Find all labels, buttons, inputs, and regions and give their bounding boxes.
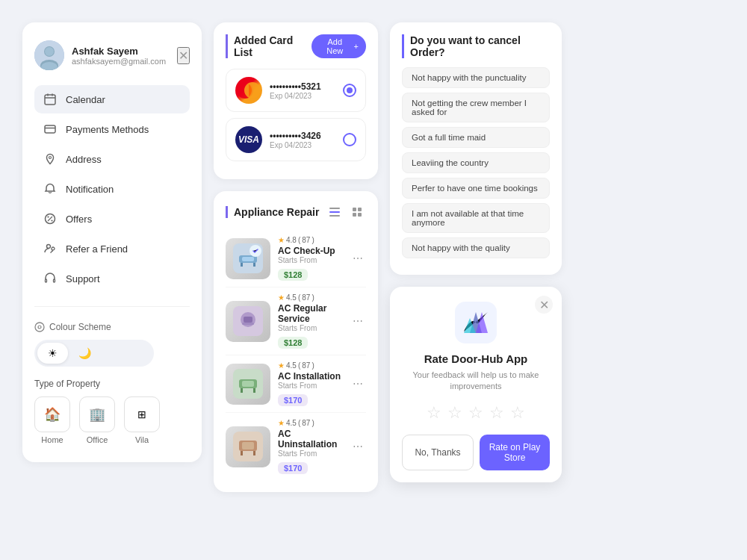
- calendar-icon: [43, 93, 57, 106]
- appliance-header: Appliance Repair: [226, 203, 366, 221]
- nav-offers[interactable]: Offers: [34, 205, 190, 233]
- service-ac-regular-starts: Starts From: [278, 324, 342, 332]
- user-text: Ashfak Sayem ashfaksayem@gmail.com: [72, 46, 166, 66]
- visa-expiry: Exp 04/2023: [270, 141, 343, 149]
- service-ac-installation[interactable]: ★ 4.5 (87) AC Installation Starts From $…: [226, 355, 366, 413]
- grid-view-icon[interactable]: [348, 203, 366, 221]
- nav-notification[interactable]: Notification: [34, 175, 190, 203]
- svg-rect-36: [241, 388, 243, 393]
- light-mode-btn[interactable]: ☀: [37, 343, 68, 364]
- user-email: ashfaksayem@gmail.com: [72, 57, 166, 66]
- service-ac-installation-info: ★ 4.5 (87) AC Installation Starts From $…: [278, 361, 342, 406]
- svg-point-7: [49, 157, 52, 159]
- play-store-button[interactable]: Rate on Play Store: [480, 435, 550, 470]
- service-ac-regular-rating: ★ 4.5 (87): [278, 293, 342, 302]
- address-icon: [43, 152, 57, 166]
- mastercard-number: ••••••••••5321: [270, 81, 343, 92]
- more-options-btn-3[interactable]: ⋯: [350, 438, 366, 455]
- service-ac-regular-name: AC Regular Service: [278, 303, 342, 324]
- svg-rect-11: [46, 279, 47, 282]
- more-options-btn-0[interactable]: ⋯: [350, 249, 366, 267]
- star-4[interactable]: ☆: [489, 403, 504, 423]
- svg-rect-5: [45, 95, 55, 105]
- nav-support[interactable]: Support: [34, 264, 190, 293]
- app-logo: [455, 302, 497, 343]
- svg-rect-32: [244, 317, 252, 323]
- reason-4[interactable]: Perfer to have one time bookings: [402, 178, 550, 199]
- property-villa[interactable]: ⊞ Vila: [124, 396, 160, 444]
- no-thanks-button[interactable]: No, Thanks: [402, 435, 474, 470]
- svg-rect-41: [241, 451, 243, 455]
- nav-refer[interactable]: Refer a Friend: [34, 234, 190, 263]
- dark-mode-btn[interactable]: 🌙: [68, 343, 102, 364]
- more-options-btn-2[interactable]: ⋯: [350, 375, 366, 393]
- reason-0[interactable]: Not happy with the punctuality: [402, 67, 550, 88]
- stars-row[interactable]: ☆ ☆ ☆ ☆ ☆: [402, 403, 550, 423]
- service-ac-checkup[interactable]: ★ 4.8 (87) AC Check-Up Starts From $128 …: [226, 230, 366, 287]
- reason-3[interactable]: Leaviing the country: [402, 152, 550, 173]
- card-visa[interactable]: VISA ••••••••••3426 Exp 04/2023: [226, 118, 366, 161]
- middle-panel: Added Card List Add New + ••••••••••5321: [214, 22, 378, 492]
- modal-close-button[interactable]: ✕: [535, 296, 553, 314]
- svg-point-3: [45, 47, 54, 56]
- service-ac-installation-rating: ★ 4.5 (87): [278, 361, 342, 370]
- property-icons: 🏠 Home 🏢 Office ⊞ Vila: [34, 396, 190, 444]
- card-list-title: Added Card List: [226, 34, 311, 58]
- reason-5[interactable]: I am not available at that time anymore: [402, 203, 550, 233]
- service-ac-regular[interactable]: ★ 4.5 (87) AC Regular Service Starts Fro…: [226, 287, 366, 355]
- reason-2[interactable]: Got a full time maid: [402, 127, 550, 148]
- mastercard-radio[interactable]: [343, 84, 356, 97]
- villa-label: Vila: [135, 435, 149, 444]
- star-1[interactable]: ☆: [427, 403, 441, 423]
- svg-rect-19: [329, 215, 340, 217]
- nav-address[interactable]: Address: [34, 145, 190, 173]
- mastercard-logo: [235, 77, 262, 104]
- close-button[interactable]: ✕: [177, 47, 190, 64]
- rate-app-title: Rate Door-Hub App: [402, 352, 550, 365]
- view-icons: [326, 203, 366, 221]
- star-5[interactable]: ☆: [510, 403, 525, 423]
- nav-payments[interactable]: Payments Methods: [34, 115, 190, 143]
- cancel-order-title: Do you want to cancel Order?: [402, 34, 550, 58]
- nav-support-label: Support: [66, 273, 100, 284]
- svg-rect-33: [242, 323, 254, 325]
- list-view-icon[interactable]: [326, 203, 344, 221]
- colour-scheme-title: Colour Scheme: [34, 322, 190, 332]
- visa-logo: VISA: [235, 126, 262, 153]
- nav-offers-label: Offers: [66, 214, 92, 225]
- more-options-btn-1[interactable]: ⋯: [350, 312, 366, 330]
- svg-rect-21: [358, 208, 362, 211]
- star-3[interactable]: ☆: [468, 403, 483, 423]
- reason-6[interactable]: Not happy with the quality: [402, 237, 550, 258]
- refer-icon: [43, 242, 57, 255]
- user-info: Ashfak Sayem ashfaksayem@gmail.com: [34, 40, 166, 70]
- service-ac-uninstall[interactable]: ★ 4.5 (87) AC Uninstallation Starts From…: [226, 413, 366, 480]
- service-ac-installation-starts: Starts From: [278, 382, 342, 390]
- user-name: Ashfak Sayem: [72, 46, 166, 57]
- svg-rect-20: [353, 208, 356, 211]
- service-ac-uninstall-img: [226, 426, 270, 467]
- service-ac-uninstall-price: $170: [278, 462, 308, 474]
- property-home[interactable]: 🏠 Home: [34, 396, 70, 444]
- visa-number: ••••••••••3426: [270, 131, 343, 141]
- svg-rect-38: [242, 381, 254, 387]
- home-icon-box: 🏠: [34, 396, 70, 432]
- add-new-card-button[interactable]: Add New +: [311, 34, 366, 58]
- svg-point-9: [47, 245, 51, 249]
- rate-app-subtitle: Your feedback will help us to make impro…: [402, 370, 550, 393]
- service-ac-checkup-info: ★ 4.8 (87) AC Check-Up Starts From $128: [278, 236, 342, 281]
- nav-calendar[interactable]: Calendar: [34, 85, 190, 113]
- reason-1[interactable]: Not getting the crew member I asked for: [402, 93, 550, 122]
- visa-radio[interactable]: [343, 133, 356, 146]
- service-ac-uninstall-info: ★ 4.5 (87) AC Uninstallation Starts From…: [278, 419, 342, 474]
- theme-toggle[interactable]: ☀ 🌙: [34, 340, 154, 367]
- star-2[interactable]: ☆: [447, 403, 462, 423]
- villa-icon-box: ⊞: [124, 396, 160, 432]
- mastercard-details: ••••••••••5321 Exp 04/2023: [270, 81, 343, 100]
- cancel-order-panel: Do you want to cancel Order? Not happy w…: [390, 22, 562, 275]
- svg-point-10: [52, 247, 55, 250]
- service-ac-checkup-rating: ★ 4.8 (87): [278, 236, 342, 244]
- property-office[interactable]: 🏢 Office: [79, 396, 115, 444]
- svg-rect-6: [45, 125, 55, 133]
- card-mastercard[interactable]: ••••••••••5321 Exp 04/2023: [226, 69, 366, 112]
